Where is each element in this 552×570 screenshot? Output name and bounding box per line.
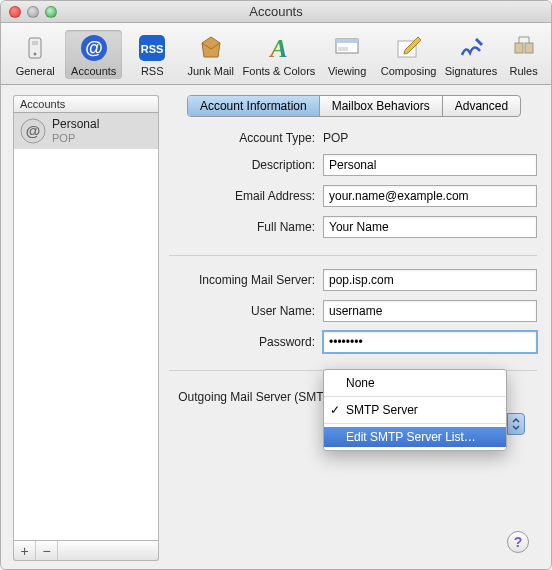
username-input[interactable] — [323, 300, 537, 322]
svg-rect-12 — [515, 43, 523, 53]
accounts-list[interactable]: @ Personal POP — [13, 113, 159, 541]
toolbar-item-composing[interactable]: Composing — [377, 30, 439, 79]
toolbar-item-junk[interactable]: Junk Mail — [182, 30, 238, 79]
account-name: Personal — [52, 118, 99, 131]
toolbar-item-rules[interactable]: Rules — [502, 30, 545, 79]
main: Account Information Mailbox Behaviors Ad… — [169, 95, 539, 561]
sidebar: Accounts @ Personal POP + − — [13, 95, 159, 561]
toolbar-label: Viewing — [328, 65, 366, 77]
dropdown-divider — [324, 396, 506, 397]
svg-rect-1 — [32, 41, 38, 45]
svg-rect-10 — [338, 47, 348, 51]
account-text: Personal POP — [52, 118, 99, 143]
smtp-option-server[interactable]: SMTP Server — [324, 400, 506, 420]
svg-text:@: @ — [26, 122, 41, 139]
smtp-option-edit-list[interactable]: Edit SMTP Server List… — [324, 427, 506, 447]
toolbar-item-accounts[interactable]: @ Accounts — [65, 30, 121, 79]
svg-rect-9 — [336, 39, 358, 43]
viewing-icon — [331, 32, 363, 64]
tab-account-information[interactable]: Account Information — [188, 96, 320, 116]
rules-icon — [508, 32, 540, 64]
svg-text:RSS: RSS — [141, 43, 164, 55]
help-button[interactable]: ? — [507, 531, 529, 553]
username-label: User Name: — [169, 304, 315, 318]
fullname-input[interactable] — [323, 216, 537, 238]
toolbar-item-signatures[interactable]: Signatures — [442, 30, 500, 79]
sidebar-footer: + − — [13, 541, 159, 561]
password-label: Password: — [169, 335, 315, 349]
toolbar-item-fonts[interactable]: A Fonts & Colors — [241, 30, 317, 79]
description-input[interactable] — [323, 154, 537, 176]
svg-point-2 — [34, 53, 37, 56]
smtp-dropdown: None SMTP Server Edit SMTP Server List… — [323, 369, 507, 451]
toolbar-item-general[interactable]: General — [7, 30, 63, 79]
dropdown-divider — [324, 423, 506, 424]
toolbar-item-viewing[interactable]: Viewing — [319, 30, 375, 79]
content: Accounts @ Personal POP + − — [1, 85, 551, 569]
toolbar-label: Rules — [510, 65, 538, 77]
fullname-label: Full Name: — [169, 220, 315, 234]
sidebar-header: Accounts — [13, 95, 159, 113]
smtp-label: Outgoing Mail Server (SMTP): — [169, 390, 339, 404]
fonts-icon: A — [263, 32, 295, 64]
toolbar-label: General — [16, 65, 55, 77]
password-input[interactable] — [323, 331, 537, 353]
add-account-button[interactable]: + — [14, 541, 36, 560]
account-form: Account Type: POP Description: Email Add… — [169, 127, 539, 404]
toolbar-label: Accounts — [71, 65, 116, 77]
smtp-option-none[interactable]: None — [324, 373, 506, 393]
svg-text:A: A — [268, 34, 287, 63]
composing-icon — [393, 32, 425, 64]
general-icon — [19, 32, 51, 64]
account-row[interactable]: @ Personal POP — [14, 113, 158, 149]
at-icon: @ — [20, 118, 46, 144]
toolbar-label: Composing — [381, 65, 437, 77]
email-input[interactable] — [323, 185, 537, 207]
description-label: Description: — [169, 158, 315, 172]
incoming-label: Incoming Mail Server: — [169, 273, 315, 287]
remove-account-button[interactable]: − — [36, 541, 58, 560]
window-title: Accounts — [1, 4, 551, 19]
signatures-icon — [455, 32, 487, 64]
preferences-window: Accounts General @ Accounts RSS RSS Junk… — [0, 0, 552, 570]
toolbar-label: RSS — [141, 65, 164, 77]
account-type-label: Account Type: — [169, 131, 315, 145]
email-label: Email Address: — [169, 189, 315, 203]
junk-icon — [195, 32, 227, 64]
tab-segment: Account Information Mailbox Behaviors Ad… — [187, 95, 521, 117]
toolbar-label: Fonts & Colors — [243, 65, 316, 77]
at-icon: @ — [78, 32, 110, 64]
divider — [169, 255, 537, 256]
svg-text:@: @ — [85, 38, 103, 58]
toolbar-label: Junk Mail — [187, 65, 233, 77]
svg-rect-13 — [525, 43, 533, 53]
tab-advanced[interactable]: Advanced — [443, 96, 520, 116]
toolbar-item-rss[interactable]: RSS RSS — [124, 30, 180, 79]
smtp-popup-arrows[interactable] — [507, 413, 525, 435]
toolbar: General @ Accounts RSS RSS Junk Mail A F… — [1, 23, 551, 85]
account-type-value: POP — [323, 131, 537, 145]
tab-mailbox-behaviors[interactable]: Mailbox Behaviors — [320, 96, 443, 116]
toolbar-label: Signatures — [445, 65, 498, 77]
tab-bar: Account Information Mailbox Behaviors Ad… — [169, 95, 539, 117]
titlebar: Accounts — [1, 1, 551, 23]
account-type: POP — [52, 132, 99, 144]
rss-icon: RSS — [136, 32, 168, 64]
incoming-input[interactable] — [323, 269, 537, 291]
